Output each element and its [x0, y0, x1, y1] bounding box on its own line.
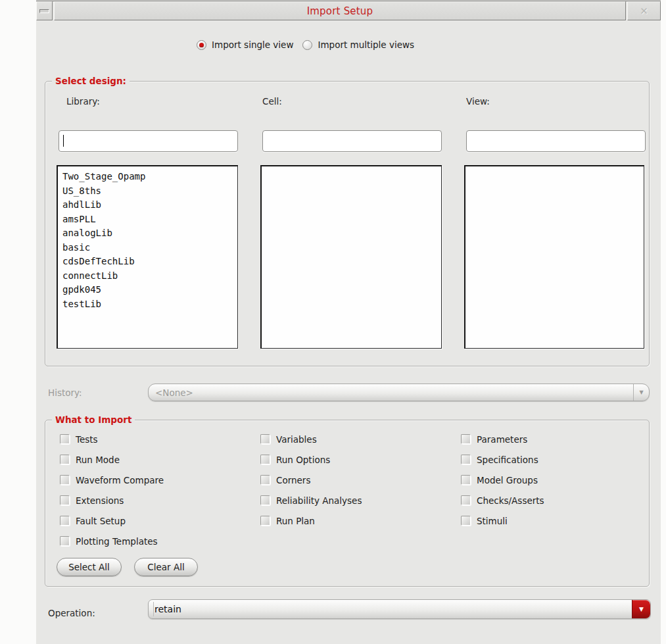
cell-label: Cell: [262, 96, 282, 107]
checkbox[interactable] [461, 434, 471, 444]
history-label: History: [48, 387, 82, 398]
cell-list[interactable] [260, 165, 442, 349]
text-caret [63, 135, 64, 147]
radio-import-single-view[interactable]: Import single view [197, 39, 293, 50]
minimize-dash-icon [39, 9, 49, 13]
operation-label: Operation: [48, 608, 95, 618]
checkbox[interactable] [60, 455, 70, 464]
check-row: Run Options [260, 454, 362, 465]
checkbox[interactable] [260, 516, 270, 526]
list-item[interactable]: amsPLL [62, 212, 237, 227]
view-list[interactable] [464, 165, 644, 349]
radio-unselected-icon[interactable] [302, 40, 312, 50]
list-item[interactable]: US_8ths [62, 184, 237, 199]
checkbox[interactable] [60, 475, 70, 485]
check-row: Plotting Templates [60, 535, 164, 547]
checkbox[interactable] [461, 455, 471, 464]
checkbox-label[interactable]: Run Mode [76, 455, 120, 465]
checkbox-label[interactable]: Stimuli [477, 516, 508, 526]
check-row: Model Groups [461, 474, 544, 485]
check-column-2: VariablesRun OptionsCornersReliability A… [260, 433, 362, 526]
check-row: Specifications [461, 454, 544, 465]
checkbox[interactable] [260, 434, 270, 444]
checkbox[interactable] [60, 536, 70, 546]
checkbox-label[interactable]: Model Groups [477, 475, 538, 485]
checkbox-label[interactable]: Variables [276, 434, 317, 445]
checkbox-label[interactable]: Plotting Templates [76, 536, 158, 547]
combo-divider [153, 602, 154, 616]
radio-import-multiple-views[interactable]: Import multiple views [302, 39, 414, 50]
list-item[interactable]: gpdk045 [62, 283, 237, 297]
check-row: Extensions [60, 495, 164, 506]
checkbox[interactable] [260, 495, 270, 505]
checkbox-label[interactable]: Checks/Asserts [477, 495, 544, 506]
list-item[interactable]: cdsDefTechLib [62, 255, 237, 269]
checkbox-label[interactable]: Tests [76, 434, 98, 445]
checkbox-label[interactable]: Fault Setup [76, 516, 126, 526]
checkbox[interactable] [60, 434, 70, 444]
list-item[interactable]: analogLib [62, 226, 237, 241]
checkbox-label[interactable]: Specifications [477, 455, 538, 465]
cell-filter-input[interactable] [262, 130, 442, 152]
library-list[interactable]: Two_Stage_OpampUS_8thsahdlLibamsPLLanalo… [57, 165, 238, 349]
view-label: View: [466, 96, 490, 107]
library-label: Library: [66, 96, 100, 107]
clear-all-button[interactable]: Clear All [134, 558, 198, 576]
checkbox[interactable] [60, 516, 70, 526]
check-row: Run Mode [60, 454, 164, 465]
list-item[interactable]: basic [62, 241, 237, 255]
history-dropdown[interactable]: <None> ▼ [148, 384, 650, 401]
check-row: Tests [60, 433, 164, 445]
checkbox[interactable] [461, 495, 471, 505]
check-row: Stimuli [461, 515, 544, 526]
library-filter-input[interactable] [59, 130, 238, 152]
radio-label-multiple: Import multiple views [318, 39, 414, 50]
checkbox-label[interactable]: Extensions [76, 495, 124, 506]
checkbox[interactable] [461, 516, 471, 526]
check-row: Checks/Asserts [461, 495, 544, 506]
checkbox[interactable] [260, 455, 270, 464]
what-to-import-legend: What to Import [52, 414, 135, 425]
list-item[interactable]: connectLib [62, 269, 237, 284]
list-item[interactable]: testLib [62, 297, 237, 312]
chevron-down-icon[interactable]: ▼ [632, 600, 650, 618]
check-row: Fault Setup [60, 515, 164, 526]
import-setup-dialog: Import Setup ✕ Import single view Import… [36, 0, 661, 644]
list-item[interactable]: Two_Stage_Opamp [62, 170, 237, 184]
select-all-button[interactable]: Select All [57, 558, 122, 576]
view-filter-input[interactable] [466, 130, 646, 152]
check-row: Reliability Analyses [260, 495, 362, 506]
checkbox-label[interactable]: Waveform Compare [76, 475, 164, 485]
history-value: <None> [155, 387, 193, 398]
minimize-button[interactable] [36, 1, 53, 20]
checkbox[interactable] [260, 475, 270, 485]
what-to-import-group: What to Import TestsRun ModeWaveform Com… [45, 420, 650, 587]
close-button[interactable]: ✕ [627, 1, 661, 20]
check-column-1: TestsRun ModeWaveform CompareExtensionsF… [60, 433, 164, 547]
chevron-down-icon[interactable]: ▼ [633, 384, 649, 401]
checkbox-label[interactable]: Parameters [477, 434, 527, 445]
checkbox-label[interactable]: Corners [276, 475, 310, 485]
checkbox[interactable] [60, 495, 70, 505]
operation-value: retain [155, 604, 181, 614]
check-row: Corners [260, 474, 362, 485]
radio-label-single: Import single view [212, 39, 293, 50]
checkbox-label[interactable]: Run Plan [276, 516, 315, 526]
check-row: Waveform Compare [60, 474, 164, 485]
select-design-group: Select design: Library: Cell: View: Two_… [45, 81, 650, 366]
import-mode-group: Import single view Import multiple views [197, 39, 414, 50]
checkbox-label[interactable]: Reliability Analyses [276, 495, 362, 506]
close-x-icon: ✕ [640, 5, 648, 17]
titlebar: Import Setup ✕ [36, 1, 661, 20]
radio-selected-icon[interactable] [197, 40, 206, 50]
checkbox-label[interactable]: Run Options [276, 455, 330, 465]
select-design-legend: Select design: [52, 76, 130, 86]
list-item[interactable]: ahdlLib [62, 198, 237, 212]
check-row: Variables [260, 433, 362, 445]
check-row: Parameters [461, 433, 544, 445]
window-title: Import Setup [307, 5, 373, 17]
checkbox[interactable] [461, 475, 471, 485]
operation-dropdown[interactable]: retain ▼ [148, 599, 651, 619]
check-row: Run Plan [260, 515, 362, 526]
titlebar-drag-area[interactable]: Import Setup [54, 1, 626, 20]
